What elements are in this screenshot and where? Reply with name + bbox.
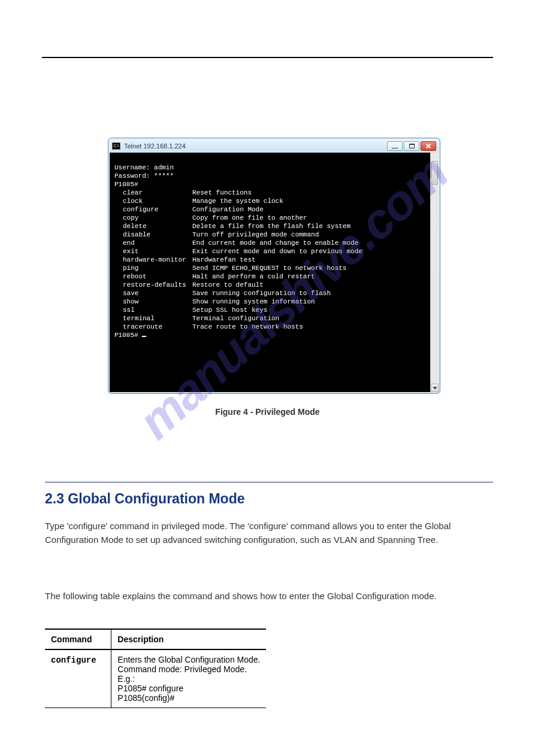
cell-command: configure: [45, 649, 111, 708]
help-cmd: hardware-monitor: [114, 256, 192, 264]
terminal-help-row: disableTurn off privileged mode command: [114, 230, 434, 239]
help-desc: Setup SSL host keys: [192, 306, 267, 314]
scroll-thumb[interactable]: [431, 161, 438, 185]
help-desc: Copy from one file to another: [192, 214, 307, 222]
help-desc: Show running system information: [192, 297, 315, 306]
help-desc: Delete a file from the flash file system: [192, 222, 350, 230]
close-button[interactable]: [421, 141, 436, 151]
col-description: Description: [111, 629, 267, 649]
table-row: configureEnters the Global Configuration…: [45, 649, 266, 708]
help-cmd: reboot: [114, 272, 192, 281]
help-cmd: ssl: [114, 306, 192, 314]
help-desc: Configuration Mode: [192, 205, 264, 214]
help-desc: Reset functions: [192, 189, 252, 197]
help-desc: End current mode and change to enable mo…: [192, 239, 358, 247]
section-rule: [45, 482, 493, 482]
section-heading: 2.3 Global Configuration Mode: [45, 491, 245, 507]
terminal-output[interactable]: Username: admin Password: ***** P1085# c…: [110, 153, 439, 392]
help-desc: Turn off privileged mode command: [192, 230, 319, 239]
terminal-help-row: terminalTerminal configuration: [114, 314, 434, 323]
help-cmd: ping: [114, 264, 192, 272]
help-desc: Hardwarefan test: [192, 256, 256, 264]
cell-description: Enters the Global Configuration Mode. Co…: [111, 649, 267, 708]
help-cmd: terminal: [114, 314, 192, 323]
help-cmd: copy: [114, 214, 192, 222]
cursor-icon: [142, 336, 146, 337]
help-desc: Manage the system clock: [192, 197, 283, 205]
minimize-button[interactable]: [387, 141, 403, 151]
maximize-button[interactable]: [404, 141, 419, 151]
terminal-help-row: sslSetup SSL host keys: [114, 306, 434, 314]
terminal-help-row: configureConfiguration Mode: [114, 205, 434, 214]
figure-caption: Figure 4 - Privileged Mode: [0, 407, 535, 417]
terminal-help-row: pingSend ICMP ECHO_REQUEST to network ho…: [114, 264, 434, 272]
help-cmd: show: [114, 297, 192, 306]
help-cmd: save: [114, 289, 192, 297]
help-desc: Trace route to network hosts: [192, 323, 303, 331]
window-title: Telnet 192.168.1.224: [124, 142, 387, 150]
terminal-help-row: deleteDelete a file from the flash file …: [114, 222, 434, 230]
terminal-help-row: saveSave running configuration to flash: [114, 289, 434, 297]
paragraph-2: The following table explains the command…: [45, 590, 490, 603]
help-cmd: clock: [114, 197, 192, 205]
help-desc: Terminal configuration: [192, 314, 279, 323]
login-username: Username: admin: [114, 164, 174, 171]
terminal-window: C:\ Telnet 192.168.1.224 Username: admin…: [108, 138, 440, 394]
shell-prompt: P1085#: [114, 181, 138, 188]
terminal-help-row: rebootHalt and perform a cold restart: [114, 272, 434, 281]
terminal-help-row: tracerouteTrace route to network hosts: [114, 323, 434, 331]
terminal-help-row: copyCopy from one file to another: [114, 214, 434, 222]
terminal-scrollbar[interactable]: [430, 153, 439, 392]
help-cmd: restore-defaults: [114, 281, 192, 289]
help-desc: Send ICMP ECHO_REQUEST to network hosts: [192, 264, 346, 272]
help-cmd: configure: [114, 205, 192, 214]
terminal-help-row: showShow running system information: [114, 297, 434, 306]
table-header-row: Command Description: [45, 629, 266, 649]
terminal-help-row: hardware-monitorHardwarefan test: [114, 256, 434, 264]
terminal-help-row: exitExit current mode and down to previo…: [114, 247, 434, 256]
help-desc: Restore to default: [192, 281, 264, 289]
terminal-help-row: clockManage the system clock: [114, 197, 434, 205]
help-desc: Save running configuration to flash: [192, 289, 331, 297]
help-cmd: end: [114, 239, 192, 247]
paragraph-1: Type 'configure' command in privileged m…: [45, 520, 490, 546]
command-table: Command Description configureEnters the …: [45, 629, 266, 708]
scroll-down-button[interactable]: [431, 384, 439, 392]
cmd-icon: C:\: [112, 142, 120, 150]
terminal-help-row: endEnd current mode and change to enable…: [114, 239, 434, 247]
help-cmd: disable: [114, 230, 192, 239]
help-cmd: delete: [114, 222, 192, 230]
terminal-help-row: restore-defaultsRestore to default: [114, 281, 434, 289]
help-desc: Halt and perform a cold restart: [192, 272, 315, 281]
help-cmd: traceroute: [114, 323, 192, 331]
header-rule: [42, 57, 493, 58]
help-cmd: clear: [114, 189, 192, 197]
terminal-help-row: clearReset functions: [114, 189, 434, 197]
help-desc: Exit current mode and down to previous m…: [192, 247, 362, 256]
window-controls: [387, 141, 436, 151]
col-command: Command: [45, 629, 111, 649]
login-password: Password: *****: [114, 172, 174, 180]
shell-prompt-final: P1085#: [114, 332, 142, 339]
window-titlebar[interactable]: C:\ Telnet 192.168.1.224: [110, 139, 439, 153]
help-cmd: exit: [114, 247, 192, 256]
